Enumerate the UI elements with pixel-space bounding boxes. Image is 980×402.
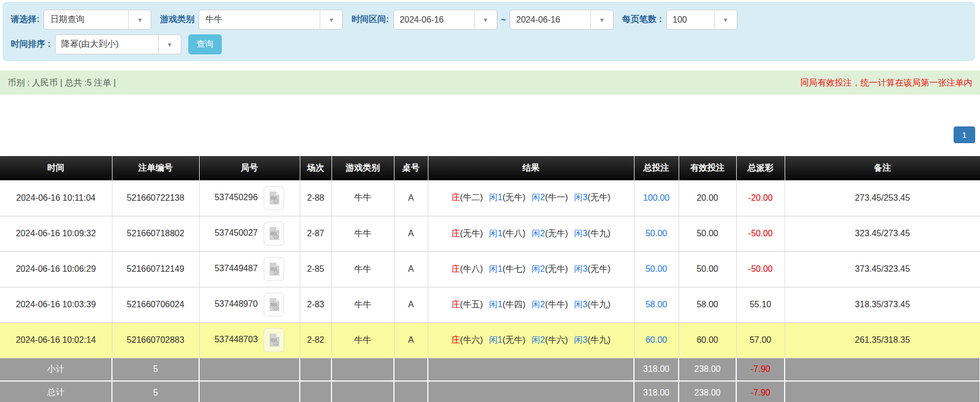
result-cell: 庄(牛二) 闲1(无牛) 闲2(牛一) 闲3(无牛)	[428, 180, 634, 216]
subtotal-valid-bet: 238.00	[679, 358, 736, 381]
page-size-value: 100	[667, 15, 714, 25]
video-replay-button[interactable]	[264, 293, 284, 316]
date-to-value: 2024-06-16	[510, 15, 590, 25]
header-result: 结果	[428, 156, 634, 180]
video-file-icon	[269, 191, 280, 205]
query-type-label: 请选择:	[11, 14, 39, 25]
empty-cell	[785, 381, 980, 402]
grand-total-total-bet: 318.00	[634, 381, 679, 402]
banker-result: 庄	[452, 335, 460, 344]
video-replay-button[interactable]	[264, 222, 284, 245]
valid-bet-cell: 60.00	[679, 322, 736, 358]
page-size-select[interactable]: 100 ▼	[666, 10, 737, 30]
range-separator: ~	[501, 15, 506, 25]
query-type-value: 日期查询	[44, 14, 128, 25]
table-no-cell: A	[394, 287, 428, 322]
table-row: 2024-06-16 10:11:04 521660722138 5374502…	[0, 180, 980, 216]
result-cell: 庄(牛五) 闲1(牛四) 闲2(牛牛) 闲3(牛九)	[428, 287, 634, 322]
chevron-down-icon[interactable]: ▼	[714, 10, 737, 29]
time-cell: 2024-06-16 10:06:29	[0, 251, 112, 287]
player3-hand: (牛九)	[588, 300, 611, 309]
round-id-value: 537450296	[215, 193, 258, 202]
chevron-down-icon[interactable]: ▼	[158, 35, 181, 54]
banker-result: 庄	[452, 229, 460, 238]
table-no-cell: A	[394, 216, 428, 251]
player2-result: 闲2	[532, 193, 545, 202]
banker-hand: (牛六)	[460, 335, 483, 344]
player2-result: 闲2	[532, 229, 545, 238]
search-button[interactable]: 查询	[188, 34, 222, 54]
valid-bet-cell: 58.00	[679, 287, 736, 322]
player1-result: 闲1	[489, 335, 503, 344]
game-type-cell: 牛牛	[332, 251, 394, 287]
video-replay-button[interactable]	[264, 186, 284, 210]
player1-hand: (牛七)	[503, 264, 526, 273]
chevron-down-icon[interactable]: ▼	[128, 10, 151, 29]
sort-order-select[interactable]: 降幂(由大到小) ▼	[55, 34, 181, 54]
header-session: 场次	[300, 156, 332, 180]
player3-result: 闲3	[574, 300, 588, 309]
total-bet-cell: 50.00	[634, 251, 679, 287]
table-no-cell: A	[394, 251, 428, 287]
player3-hand: (牛九)	[588, 335, 611, 344]
player2-result: 闲2	[532, 335, 545, 344]
result-cell: 庄(牛八) 闲1(牛七) 闲2(无牛) 闲3(无牛)	[428, 251, 634, 287]
total-bet-cell: 58.00	[634, 287, 679, 322]
game-type-label: 游戏类别	[160, 14, 194, 25]
page-1-button[interactable]: 1	[954, 126, 975, 143]
header-payout: 总派彩	[736, 156, 785, 180]
table-row: 2024-06-16 10:09:32 521660718802 5374500…	[0, 216, 980, 251]
round-id-cell: 537450027	[199, 216, 300, 251]
empty-cell	[199, 381, 300, 402]
header-bet-id: 注单编号	[112, 156, 199, 180]
round-id-cell: 537449487	[199, 251, 300, 287]
valid-bet-cell: 50.00	[679, 216, 736, 251]
subtotal-count: 5	[112, 358, 199, 381]
game-type-select[interactable]: 牛牛 ▼	[199, 10, 343, 30]
session-cell: 2-88	[300, 180, 332, 216]
session-cell: 2-87	[300, 216, 332, 251]
header-round-id: 局号	[199, 156, 300, 180]
player1-hand: (无牛)	[503, 335, 526, 344]
player2-hand: (牛六)	[545, 335, 568, 344]
grand-total-valid-bet: 238.00	[679, 381, 736, 402]
time-cell: 2024-06-16 10:09:32	[0, 216, 112, 251]
video-replay-button[interactable]	[264, 328, 284, 352]
empty-cell	[332, 381, 394, 402]
chevron-down-icon[interactable]: ▼	[474, 10, 497, 29]
empty-cell	[394, 381, 428, 402]
empty-cell	[300, 381, 332, 402]
empty-cell	[428, 381, 634, 402]
query-type-select[interactable]: 日期查询 ▼	[44, 10, 151, 30]
date-to-select[interactable]: 2024-06-16 ▼	[510, 10, 614, 30]
game-type-value: 牛牛	[199, 14, 320, 25]
payout-cell: -20.00	[736, 180, 785, 216]
bet-id-cell: 521660718802	[112, 216, 199, 251]
valid-bet-cell: 20.00	[679, 180, 736, 216]
chevron-down-icon[interactable]: ▼	[590, 10, 613, 29]
session-cell: 2-83	[300, 287, 332, 322]
round-id-cell: 537448703	[199, 322, 300, 358]
bet-id-cell: 521660712149	[112, 251, 199, 287]
bet-id-cell: 521660706024	[112, 287, 199, 322]
player3-result: 闲3	[574, 193, 588, 202]
grand-total-row: 总计 5 318.00 238.00 -7.90	[0, 381, 980, 402]
chevron-down-icon[interactable]: ▼	[320, 10, 342, 29]
filter-row-1: 请选择: 日期查询 ▼ 游戏类别 牛牛 ▼ 时间区间: 2024-06-16 ▼…	[8, 10, 969, 30]
date-from-value: 2024-06-16	[394, 15, 474, 25]
subtotal-label: 小计	[0, 358, 112, 381]
banker-hand: (无牛)	[460, 229, 483, 238]
game-type-cell: 牛牛	[332, 216, 394, 251]
date-from-select[interactable]: 2024-06-16 ▼	[393, 10, 497, 30]
note-cell: 323.45/273.45	[785, 216, 980, 251]
video-replay-button[interactable]	[264, 257, 284, 281]
banker-result: 庄	[452, 264, 460, 273]
records-table: 时间 注单编号 局号 场次 游戏类别 桌号 结果 总投注 有效投注 总派彩 备注…	[0, 156, 980, 402]
notice-text: 同局有效投注，统一计算在该局第一张注单内	[800, 70, 972, 95]
total-bet-cell: 50.00	[634, 216, 679, 251]
player1-hand: (无牛)	[503, 193, 526, 202]
header-time: 时间	[0, 156, 112, 180]
player3-hand: (无牛)	[588, 193, 611, 202]
player3-hand: (无牛)	[588, 264, 611, 273]
sort-order-label: 时间排序 :	[11, 39, 51, 50]
